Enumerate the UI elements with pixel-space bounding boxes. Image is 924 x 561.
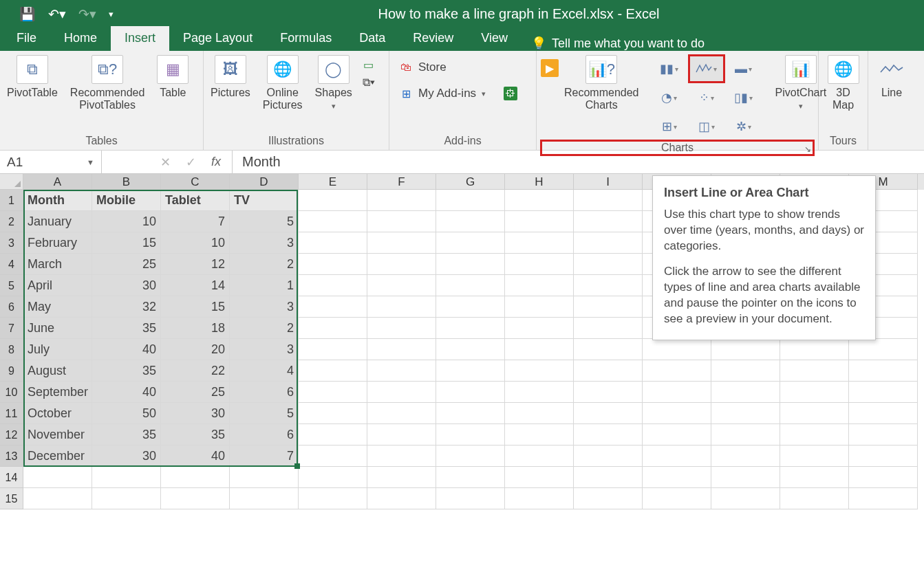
pivotchart-button[interactable]: 📊PivotChart▾ bbox=[773, 55, 830, 111]
cell[interactable] bbox=[505, 190, 574, 211]
cell[interactable]: January bbox=[23, 211, 92, 232]
cell[interactable] bbox=[299, 467, 367, 488]
cell[interactable]: Month bbox=[23, 190, 92, 211]
cell[interactable]: TV bbox=[230, 190, 299, 211]
cell[interactable] bbox=[299, 296, 367, 318]
cell[interactable] bbox=[643, 488, 711, 509]
cell[interactable] bbox=[367, 275, 436, 296]
undo-icon[interactable]: ↶▾ bbox=[48, 6, 66, 22]
cell[interactable] bbox=[780, 382, 849, 403]
row-header[interactable]: 12 bbox=[0, 424, 23, 446]
cell[interactable] bbox=[849, 403, 918, 424]
cell[interactable]: 10 bbox=[92, 211, 161, 232]
column-header[interactable]: D bbox=[230, 174, 299, 190]
cell[interactable] bbox=[849, 382, 918, 403]
cell[interactable] bbox=[574, 424, 643, 446]
row-header[interactable]: 6 bbox=[0, 296, 23, 318]
cell[interactable] bbox=[505, 360, 574, 382]
tab-view[interactable]: View bbox=[467, 26, 522, 51]
cell[interactable] bbox=[367, 254, 436, 275]
cell[interactable]: November bbox=[23, 424, 92, 446]
cell[interactable]: October bbox=[23, 403, 92, 424]
online-pictures-button[interactable]: 🌐Online Pictures bbox=[260, 55, 305, 112]
cell[interactable]: 3 bbox=[230, 296, 299, 318]
cell[interactable]: December bbox=[23, 446, 92, 467]
cell[interactable] bbox=[505, 254, 574, 275]
cell[interactable] bbox=[574, 232, 643, 254]
cell[interactable] bbox=[574, 446, 643, 467]
pictures-button[interactable]: 🖼Pictures bbox=[208, 55, 253, 99]
row-header[interactable]: 11 bbox=[0, 403, 23, 424]
cell[interactable]: 40 bbox=[92, 382, 161, 403]
cell[interactable] bbox=[643, 424, 711, 446]
cell[interactable] bbox=[436, 382, 505, 403]
scatter-chart-icon[interactable]: ⁘▾ bbox=[689, 84, 724, 111]
cell[interactable]: August bbox=[23, 360, 92, 382]
cell[interactable] bbox=[299, 446, 367, 467]
cell[interactable] bbox=[711, 360, 780, 382]
column-header[interactable]: B bbox=[92, 174, 161, 190]
cell[interactable] bbox=[436, 254, 505, 275]
cell[interactable] bbox=[505, 232, 574, 254]
cell[interactable] bbox=[299, 232, 367, 254]
cell[interactable] bbox=[505, 296, 574, 318]
cell[interactable] bbox=[367, 360, 436, 382]
cell[interactable] bbox=[711, 446, 780, 467]
cell[interactable] bbox=[574, 275, 643, 296]
tab-review[interactable]: Review bbox=[399, 26, 467, 51]
cell[interactable]: 14 bbox=[161, 275, 230, 296]
cell[interactable] bbox=[505, 403, 574, 424]
cell[interactable] bbox=[299, 339, 367, 360]
row-header[interactable]: 8 bbox=[0, 339, 23, 360]
cell[interactable] bbox=[574, 467, 643, 488]
row-header[interactable]: 5 bbox=[0, 275, 23, 296]
select-all-corner[interactable] bbox=[0, 174, 23, 190]
cell[interactable] bbox=[436, 190, 505, 211]
cell[interactable] bbox=[367, 382, 436, 403]
column-header[interactable]: F bbox=[367, 174, 436, 190]
cell[interactable] bbox=[436, 318, 505, 339]
cell[interactable]: 5 bbox=[230, 403, 299, 424]
column-header[interactable]: G bbox=[436, 174, 505, 190]
column-header[interactable]: E bbox=[299, 174, 367, 190]
stock-chart-icon[interactable]: ⊞▾ bbox=[652, 113, 687, 140]
cell[interactable]: 5 bbox=[230, 211, 299, 232]
surface-chart-icon[interactable]: ◫▾ bbox=[689, 113, 724, 140]
enter-entry-icon[interactable]: ✓ bbox=[186, 155, 196, 170]
tab-insert[interactable]: Insert bbox=[111, 26, 169, 51]
cell[interactable] bbox=[780, 424, 849, 446]
cell[interactable]: June bbox=[23, 318, 92, 339]
smartart-button[interactable]: ▭ bbox=[362, 58, 376, 72]
bar-chart-icon[interactable]: ▬▾ bbox=[726, 55, 762, 82]
cell[interactable] bbox=[574, 190, 643, 211]
cell[interactable] bbox=[643, 446, 711, 467]
cell[interactable] bbox=[299, 275, 367, 296]
recommended-charts-button[interactable]: 📊?Recommended Charts bbox=[561, 55, 642, 112]
cell[interactable] bbox=[436, 275, 505, 296]
cell[interactable] bbox=[849, 360, 918, 382]
cell[interactable] bbox=[643, 339, 711, 360]
cell[interactable] bbox=[849, 488, 918, 509]
sparkline-line-button[interactable]: Line bbox=[873, 55, 910, 99]
cell[interactable] bbox=[505, 211, 574, 232]
cell[interactable] bbox=[92, 488, 161, 509]
row-header[interactable]: 13 bbox=[0, 446, 23, 467]
cell[interactable] bbox=[574, 488, 643, 509]
cell[interactable] bbox=[505, 467, 574, 488]
cell[interactable]: Mobile bbox=[92, 190, 161, 211]
cell[interactable] bbox=[849, 424, 918, 446]
cell[interactable]: Tablet bbox=[161, 190, 230, 211]
cell[interactable] bbox=[574, 403, 643, 424]
cell[interactable]: 2 bbox=[230, 318, 299, 339]
cell[interactable] bbox=[711, 467, 780, 488]
cell[interactable]: March bbox=[23, 254, 92, 275]
customize-qat-icon[interactable]: ▾ bbox=[109, 9, 114, 19]
cell[interactable] bbox=[643, 467, 711, 488]
cell[interactable] bbox=[711, 382, 780, 403]
cell[interactable] bbox=[367, 467, 436, 488]
cell[interactable] bbox=[643, 360, 711, 382]
cell[interactable]: 15 bbox=[92, 232, 161, 254]
cell[interactable]: 12 bbox=[161, 254, 230, 275]
cell[interactable] bbox=[367, 488, 436, 509]
cell[interactable] bbox=[367, 446, 436, 467]
